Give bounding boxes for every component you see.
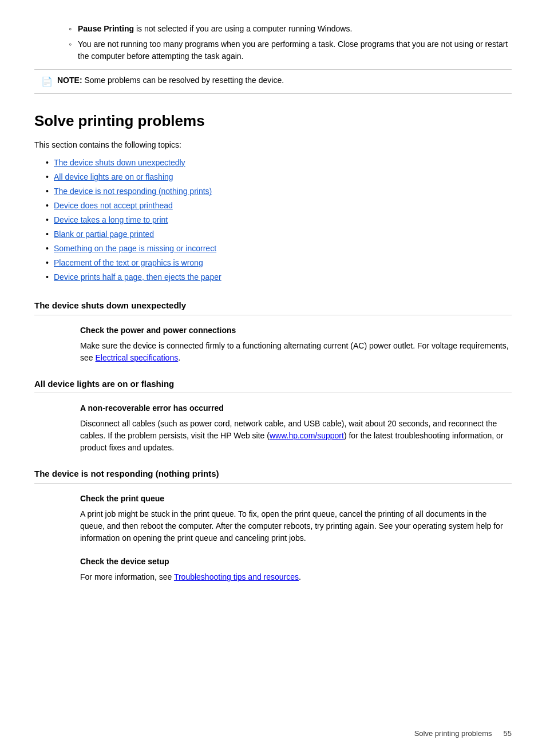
topic-link-7[interactable]: Something on the page is missing or inco… xyxy=(54,244,216,253)
topic-link-4[interactable]: Device does not accept printhead xyxy=(54,201,173,210)
page-title: Solve printing problems xyxy=(34,110,512,132)
subsection-heading-not-responding: The device is not responding (nothing pr… xyxy=(34,468,512,484)
programs-text: You are not running too many programs wh… xyxy=(78,39,508,61)
note-text: NOTE: Some problems can be resolved by r… xyxy=(57,74,284,86)
topic-link-5[interactable]: Device takes a long time to print xyxy=(54,215,168,224)
print-queue-title: Check the print queue xyxy=(80,493,512,505)
non-recoverable-title: A non-recoverable error has occurred xyxy=(80,402,512,414)
non-recoverable-block: A non-recoverable error has occurred Dis… xyxy=(34,402,512,454)
topic-link-9[interactable]: Device prints half a page, then ejects t… xyxy=(54,272,221,282)
troubleshooting-tips-link[interactable]: Troubleshooting tips and resources xyxy=(174,572,299,581)
hp-support-link[interactable]: www.hp.com/support xyxy=(270,431,344,440)
bullet-pause-printing: Pause Printing is not selected if you ar… xyxy=(69,23,512,35)
list-item: The device is not responding (nothing pr… xyxy=(46,185,512,197)
print-queue-body: A print job might be stuck in the print … xyxy=(80,508,512,544)
note-body: Some problems can be resolved by resetti… xyxy=(84,76,284,85)
list-item: Placement of the text or graphics is wro… xyxy=(46,257,512,269)
subsection-lights-flashing: All device lights are on or flashing A n… xyxy=(34,378,512,454)
main-section: Solve printing problems This section con… xyxy=(34,110,512,583)
topic-link-2[interactable]: All device lights are on or flashing xyxy=(54,172,173,181)
power-check-block: Check the power and power connections Ma… xyxy=(34,324,512,364)
power-check-body: Make sure the device is connected firmly… xyxy=(80,340,512,364)
note-box: 📄 NOTE: Some problems can be resolved by… xyxy=(34,69,512,94)
list-item: The device shuts down unexpectedly xyxy=(46,157,512,169)
subsection-shuts-down: The device shuts down unexpectedly Check… xyxy=(34,299,512,364)
note-icon: 📄 xyxy=(41,75,53,89)
footer-text: Solve printing problems 55 xyxy=(414,728,512,739)
list-item: Something on the page is missing or inco… xyxy=(46,243,512,255)
list-item: Device takes a long time to print xyxy=(46,214,512,226)
top-section: Pause Printing is not selected if you ar… xyxy=(34,23,512,94)
footer-page-number: 55 xyxy=(504,728,512,739)
print-queue-block: Check the print queue A print job might … xyxy=(34,493,512,544)
topic-link-8[interactable]: Placement of the text or graphics is wro… xyxy=(54,258,203,267)
device-setup-text: For more information, see xyxy=(80,572,174,581)
bullet-programs: You are not running too many programs wh… xyxy=(69,38,512,62)
device-setup-block: Check the device setup For more informat… xyxy=(34,556,512,583)
electrical-specs-link[interactable]: Electrical specifications xyxy=(95,353,178,362)
device-setup-title: Check the device setup xyxy=(80,556,512,568)
non-recoverable-body: Disconnect all cables (such as power cor… xyxy=(80,418,512,454)
subsection-not-responding: The device is not responding (nothing pr… xyxy=(34,468,512,583)
list-item: Device does not accept printhead xyxy=(46,200,512,212)
footer-section-label: Solve printing problems xyxy=(414,728,492,739)
device-setup-body: For more information, see Troubleshootin… xyxy=(80,571,512,583)
note-label: NOTE: xyxy=(57,76,82,85)
pause-printing-text: is not selected if you are using a compu… xyxy=(134,24,352,33)
power-check-title: Check the power and power connections xyxy=(80,324,512,337)
subsection-heading-lights: All device lights are on or flashing xyxy=(34,378,512,394)
topic-link-3[interactable]: The device is not responding (nothing pr… xyxy=(54,187,212,196)
device-setup-after: . xyxy=(299,572,301,581)
list-item: All device lights are on or flashing xyxy=(46,171,512,183)
topic-link-1[interactable]: The device shuts down unexpectedly xyxy=(54,158,185,167)
topic-link-6[interactable]: Blank or partial page printed xyxy=(54,229,154,239)
list-item: Blank or partial page printed xyxy=(46,228,512,240)
topic-list: The device shuts down unexpectedly All d… xyxy=(34,157,512,283)
list-item: Device prints half a page, then ejects t… xyxy=(46,271,512,283)
pause-printing-bold: Pause Printing xyxy=(78,24,134,33)
subsection-heading-shuts-down: The device shuts down unexpectedly xyxy=(34,299,512,315)
footer: Solve printing problems 55 xyxy=(414,728,512,739)
power-check-after: . xyxy=(178,353,180,362)
section-intro: This section contains the following topi… xyxy=(34,139,512,151)
top-bullet-list: Pause Printing is not selected if you ar… xyxy=(34,23,512,62)
